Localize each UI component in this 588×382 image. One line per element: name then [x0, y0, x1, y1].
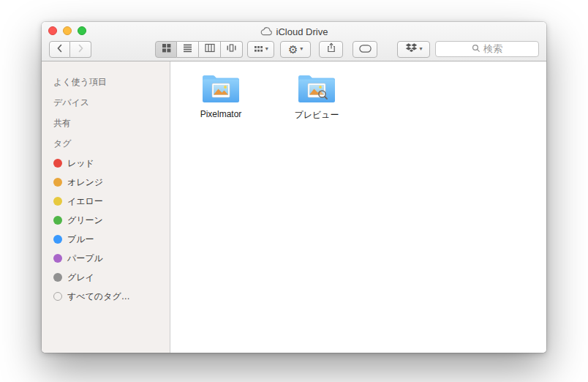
tag-label: イエロー [67, 195, 103, 208]
grid-view-icon [162, 42, 171, 56]
search-input[interactable]: 検索 [435, 41, 539, 57]
back-button[interactable] [49, 41, 70, 58]
tag-label: グレイ [67, 271, 94, 284]
finder-window: iCloud Drive [42, 22, 546, 353]
window-chrome: iCloud Drive [42, 22, 546, 61]
column-view-icon [205, 42, 215, 56]
tag-icon [359, 42, 372, 56]
arrange-icon [254, 42, 263, 56]
sidebar-tag-red[interactable]: レッド [42, 154, 170, 173]
nav-buttons [49, 41, 91, 58]
sidebar-tag-gray[interactable]: グレイ [42, 268, 170, 287]
tag-label: パープル [67, 252, 103, 265]
chevron-down-icon: ▾ [300, 46, 303, 52]
list-view-icon [183, 42, 192, 56]
gear-icon: ⚙ [288, 44, 298, 55]
action-button[interactable]: ⚙ ▾ [280, 41, 310, 58]
tag-label: オレンジ [67, 176, 103, 189]
tag-color-dot [53, 254, 62, 263]
share-icon [326, 42, 336, 56]
sidebar-tag-purple[interactable]: パープル [42, 249, 170, 268]
file-item-pixelmator[interactable]: Pixelmator [178, 72, 263, 119]
chevron-right-icon [78, 42, 84, 56]
tag-color-dot [53, 159, 62, 168]
sidebar-section-favorites[interactable]: よく使う項目 [42, 72, 170, 92]
search-icon [472, 42, 480, 56]
minimize-button[interactable] [63, 26, 72, 35]
sidebar-section-shared[interactable]: 共有 [42, 113, 170, 133]
sidebar-tag-blue[interactable]: ブルー [42, 230, 170, 249]
titlebar[interactable]: iCloud Drive [42, 22, 546, 40]
zoom-button[interactable] [78, 26, 86, 35]
share-button[interactable] [319, 41, 344, 58]
file-label: Pixelmator [178, 109, 263, 119]
list-view-button[interactable] [177, 41, 199, 58]
tag-color-dot [53, 178, 62, 187]
file-label: プレビュー [274, 109, 359, 121]
sidebar-tag-all-tags[interactable]: すべてのタグ… [42, 287, 170, 306]
section-label: よく使う項目 [53, 76, 107, 89]
toolbar: ▾ ⚙ ▾ [42, 40, 546, 61]
sidebar-section-devices[interactable]: デバイス [42, 92, 170, 113]
window-title-area: iCloud Drive [260, 26, 328, 39]
section-label: デバイス [53, 97, 89, 109]
dropbox-button[interactable]: ▾ [397, 41, 430, 58]
tag-label: ブルー [67, 233, 94, 246]
window-title: iCloud Drive [276, 26, 328, 37]
coverflow-view-button[interactable] [221, 41, 243, 58]
search-placeholder: 検索 [483, 42, 502, 56]
arrange-button[interactable]: ▾ [247, 41, 274, 58]
tag-color-dot [53, 216, 62, 225]
sidebar-tag-yellow[interactable]: イエロー [42, 192, 170, 211]
folder-icon [200, 72, 242, 105]
view-segmented-control [155, 41, 243, 58]
sidebar: よく使う項目 デバイス 共有 タグ レッド オレンジ イエロー [42, 61, 170, 353]
file-browser-content[interactable]: Pixelmator プレビュー [170, 61, 546, 353]
tag-label: グリーン [67, 214, 103, 227]
coverflow-view-icon [226, 42, 237, 56]
chevron-left-icon [56, 42, 63, 56]
tag-label: レッド [67, 157, 94, 170]
tag-color-dot [53, 292, 62, 301]
tag-label: すべてのタグ… [67, 291, 130, 303]
tag-color-dot [53, 197, 62, 206]
tags-button[interactable] [353, 41, 377, 58]
icloud-cloud-icon [260, 26, 273, 39]
icon-view-button[interactable] [155, 41, 177, 58]
section-label: 共有 [53, 117, 71, 130]
chevron-down-icon: ▾ [420, 46, 423, 52]
forward-button[interactable] [70, 41, 91, 58]
file-item-preview[interactable]: プレビュー [274, 72, 359, 121]
sidebar-tag-orange[interactable]: オレンジ [42, 173, 170, 192]
dropbox-icon [405, 42, 418, 56]
chevron-down-icon: ▾ [265, 46, 268, 52]
folder-icon [295, 72, 338, 105]
tag-color-dot [53, 273, 62, 282]
section-label: タグ [53, 138, 72, 150]
sidebar-tag-green[interactable]: グリーン [42, 211, 170, 230]
column-view-button[interactable] [199, 41, 221, 58]
close-button[interactable] [48, 26, 57, 35]
traffic-lights [48, 26, 86, 35]
sidebar-section-tags[interactable]: タグ [42, 133, 170, 154]
tag-color-dot [53, 235, 62, 244]
